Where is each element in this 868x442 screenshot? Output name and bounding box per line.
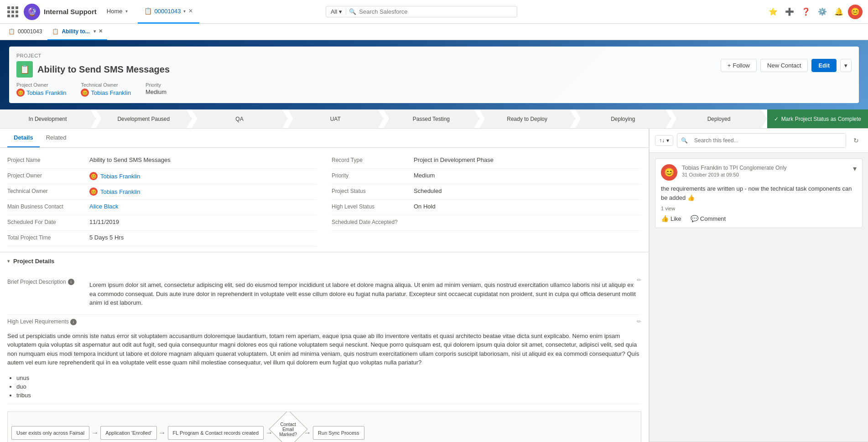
bullet-item-1: unus: [16, 374, 31, 381]
post-actions: 👍 Like 💬 Comment: [661, 215, 857, 222]
tech-owner-link[interactable]: Tobias Franklin: [91, 89, 130, 96]
field-project-name: Project Name Ability to Send SMS Message…: [7, 153, 317, 169]
owner-link[interactable]: Tobias Franklin: [26, 89, 66, 96]
settings-icon[interactable]: ⚙️: [815, 5, 830, 19]
search-icon: 🔍: [349, 8, 356, 15]
feed-search-input[interactable]: [691, 135, 842, 146]
global-search-bar: All ▾ 🔍: [326, 6, 517, 17]
post-avatar: 😊: [661, 164, 677, 181]
field-project-status-value: Scheduled: [414, 187, 637, 194]
tech-owner-detail-link[interactable]: Tobias Franklin: [100, 188, 140, 195]
diagram-box-1: User exists only across Fairsal: [11, 426, 89, 440]
feed-sort-button[interactable]: ↑↓ ▾: [655, 135, 673, 146]
project-details-label: Project Details: [13, 258, 54, 265]
like-label: Like: [670, 215, 681, 222]
post-time: 31 October 2019 at 09:50: [682, 172, 848, 177]
fields-right: Record Type Project in Development Phase…: [324, 148, 649, 252]
search-input[interactable]: [359, 8, 512, 15]
step-deploying[interactable]: Deploying: [575, 109, 671, 128]
field-tech-owner-value: 😊 Tobias Franklin: [89, 187, 312, 196]
new-contact-button[interactable]: New Contact: [760, 59, 808, 72]
brief-desc-edit[interactable]: ✏: [637, 277, 641, 283]
record-title: Ability to Send SMS Messages: [37, 64, 170, 75]
comment-label: Comment: [700, 215, 726, 222]
post-header: 😊 Tobias Franklin to TPI Conglomerate On…: [661, 164, 857, 181]
search-scope-selector[interactable]: All ▾: [331, 8, 346, 15]
like-action[interactable]: 👍 Like: [661, 215, 681, 222]
meta-tech-owner: Technical Owner 😊 Tobias Franklin: [81, 82, 130, 97]
favorites-icon[interactable]: ⭐: [766, 5, 780, 19]
bullet-item-2: duo: [16, 383, 31, 390]
feed-refresh-button[interactable]: ↻: [850, 134, 863, 147]
record-actions: + Follow New Contact Edit ▾: [721, 59, 852, 72]
post-author-line: Tobias Franklin to TPI Conglomerate Only: [682, 164, 848, 171]
hlr-edit[interactable]: ✏: [637, 318, 641, 325]
record-header-card: Project 📋 Ability to Send SMS Messages +…: [9, 47, 859, 103]
main-content: Details Related Project Name Ability to …: [0, 129, 868, 442]
user-avatar[interactable]: 😊: [848, 5, 863, 19]
field-brief-desc: Brief Project Description i Lorem ipsum …: [7, 274, 641, 315]
like-icon: 👍: [661, 215, 669, 222]
nav-tab-record-icon: 📋: [144, 7, 152, 15]
notifications-icon[interactable]: 🔔: [832, 5, 846, 19]
field-main-business-value: Alice Black: [89, 203, 312, 210]
field-total-time-value: 5 Days 5 Hrs: [89, 234, 312, 241]
post-meta: Tobias Franklin to TPI Conglomerate Only…: [682, 164, 848, 177]
step-in-development[interactable]: In Development: [0, 109, 96, 128]
search-scope-chevron: ▾: [339, 8, 342, 15]
more-actions-button[interactable]: ▾: [840, 59, 852, 72]
breadcrumb-ability-tab[interactable]: 📋 Ability to... ▾ ✕: [47, 24, 107, 40]
process-diagram: User exists only across Fairsal → Applic…: [7, 411, 641, 442]
feed-post-1: 😊 Tobias Franklin to TPI Conglomerate On…: [655, 158, 863, 228]
field-project-status-label: Project Status: [332, 187, 414, 194]
meta-priority-label: Priority: [146, 82, 166, 88]
meta-project-owner: Project Owner 😊 Tobias Franklin: [16, 82, 66, 97]
diagram-box-5: Run Sync Process: [313, 426, 364, 440]
meta-owner-value: 😊 Tobias Franklin: [16, 88, 66, 97]
step-dev-paused[interactable]: Development Paused: [96, 109, 192, 128]
follow-button[interactable]: + Follow: [721, 59, 757, 72]
nav-tab-record-close[interactable]: ✕: [188, 8, 193, 14]
bc-tab-record-label: 00001043: [18, 28, 42, 35]
tab-details[interactable]: Details: [7, 129, 40, 147]
step-deployed[interactable]: Deployed: [671, 109, 767, 128]
post-audience-text: to TPI Conglomerate Only: [723, 165, 787, 171]
field-priority: Priority Medium ✏: [332, 169, 641, 184]
field-hlr-label: High Level Requirements i: [7, 318, 77, 325]
help-icon[interactable]: ❓: [799, 5, 813, 19]
breadcrumb-record-tab[interactable]: 📋 00001043: [4, 24, 47, 40]
app-launcher-button[interactable]: [5, 5, 20, 19]
mark-complete-button[interactable]: ✓ Mark Project Status as Complete: [767, 109, 868, 128]
hlr-text: Sed ut perspiciatis unde omnis iste natu…: [7, 328, 641, 371]
edit-button[interactable]: Edit: [811, 59, 837, 72]
project-owner-link[interactable]: Tobias Franklin: [100, 173, 140, 180]
diagram-box-3: FL Program & Contact records created: [168, 426, 264, 440]
add-icon[interactable]: ➕: [782, 5, 797, 19]
left-panel: Details Related Project Name Ability to …: [0, 129, 649, 442]
step-passed-testing[interactable]: Passed Testing: [384, 109, 479, 128]
bc-tab-ability-label: Ability to...: [62, 28, 89, 35]
post-more-button[interactable]: ▾: [853, 164, 857, 173]
step-uat[interactable]: UAT: [288, 109, 384, 128]
project-details-section-header[interactable]: ▾ Project Details: [0, 252, 649, 268]
field-record-type-label: Record Type: [332, 156, 414, 163]
main-business-link[interactable]: Alice Black: [89, 203, 119, 210]
nav-tab-home[interactable]: Home ▾: [100, 0, 134, 24]
feed-search-bar: 🔍: [677, 133, 846, 148]
meta-priority-value: Medium: [146, 88, 166, 95]
bc-tab-ability-chevron: ▾: [94, 29, 96, 34]
follow-icon: +: [728, 62, 731, 69]
field-scheduled-date-value: 11/11/2019: [89, 218, 312, 225]
step-ready-deploy[interactable]: Ready to Deploy: [479, 109, 575, 128]
field-project-status: Project Status Scheduled ✏: [332, 184, 641, 200]
field-record-type-value: Project in Development Phase: [414, 156, 637, 163]
comment-action[interactable]: 💬 Comment: [691, 215, 726, 222]
field-priority-value: Medium: [414, 172, 637, 179]
bc-tab-ability-close[interactable]: ✕: [99, 28, 103, 34]
meta-owner-label: Project Owner: [16, 82, 66, 88]
field-tech-owner: Technical Owner 😊 Tobias Franklin ✏: [7, 184, 317, 200]
nav-tab-record[interactable]: 📋 00001043 ▾ ✕: [138, 0, 200, 24]
tab-related[interactable]: Related: [40, 129, 73, 147]
fields-left: Project Name Ability to Send SMS Message…: [0, 148, 324, 252]
step-qa[interactable]: QA: [192, 109, 287, 128]
